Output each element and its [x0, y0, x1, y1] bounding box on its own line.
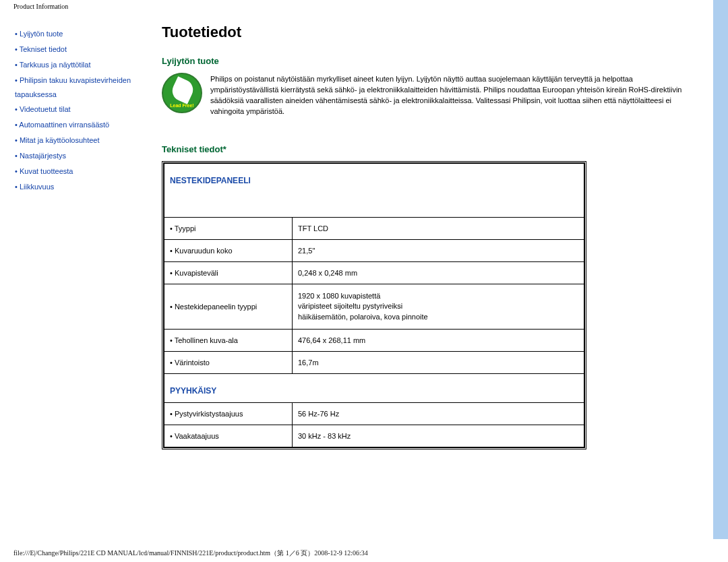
nav-nastajarjestys[interactable]: Nastajärjestys [15, 149, 143, 163]
nav-mitat[interactable]: Mitat ja käyttöolosuhteet [15, 133, 143, 148]
spec-value: 476,64 x 268,11 mm [293, 329, 584, 351]
spec-group-lcd: NESTEKIDEPANEELI [164, 163, 584, 217]
nav-tekniset[interactable]: Tekniset tiedot [15, 42, 143, 57]
main-content: Tuotetiedot Lyijytön tuote Philips on po… [162, 24, 701, 449]
spec-value: 16,7m [293, 351, 584, 373]
section-specs-header: Tekniset tiedot* [162, 144, 701, 154]
spec-value: 30 kHz - 83 kHz [293, 425, 584, 447]
spec-label: Kuvapisteväli [164, 261, 293, 284]
nav-virransaasto[interactable]: Automaattinen virransäästö [15, 118, 143, 132]
page-title: Tuotetiedot [162, 24, 701, 41]
nav-videotuetut[interactable]: Videotuetut tilat [15, 102, 143, 117]
header-breadcrumb: Product Information [13, 3, 68, 10]
nav-tarkkuus[interactable]: Tarkkuus ja näyttötilat [15, 58, 143, 72]
spec-label: Vaakataajuus [164, 425, 293, 447]
spec-label: Värintoisto [164, 351, 293, 373]
right-accent-bar [713, 0, 728, 539]
spec-label: Tyyppi [164, 217, 293, 239]
spec-label: Tehollinen kuva-ala [164, 329, 293, 351]
section-lead-free-header: Lyijytön tuote [162, 56, 701, 66]
nav-takuu[interactable]: Philipsin takuu kuvapistevirheiden tapau… [15, 73, 143, 102]
spec-value: 0,248 x 0,248 mm [293, 261, 584, 284]
nav-lyijyton[interactable]: Lyijytön tuote [15, 27, 143, 41]
spec-table: NESTEKIDEPANEELI Tyyppi TFT LCD Kuvaruud… [164, 163, 584, 447]
spec-group-scan: PYYHKÄISY [164, 373, 584, 402]
nav-kuvat[interactable]: Kuvat tuotteesta [15, 164, 143, 179]
spec-label: Pystyvirkistystaajuus [164, 402, 293, 425]
spec-value: 1920 x 1080 kuvapistettäväripisteet sijo… [293, 284, 584, 329]
spec-value: TFT LCD [293, 217, 584, 239]
lead-free-text: Philips on poistanut näytöistään myrkyll… [210, 73, 701, 117]
sidebar-nav: Lyijytön tuote Tekniset tiedot Tarkkuus … [15, 27, 143, 195]
nav-liikkuvuus[interactable]: Liikkuvuus [15, 180, 143, 194]
spec-value: 21,5" [293, 239, 584, 261]
lead-free-block: Philips on poistanut näytöistään myrkyll… [162, 73, 701, 117]
spec-table-container: NESTEKIDEPANEELI Tyyppi TFT LCD Kuvaruud… [162, 161, 586, 449]
footer-path: file:///E|/Change/Philips/221E CD MANUAL… [13, 549, 368, 558]
spec-value: 56 Hz-76 Hz [293, 402, 584, 425]
lead-free-icon [162, 73, 202, 113]
spec-label: Kuvaruudun koko [164, 239, 293, 261]
spec-label: Nestekidepaneelin tyyppi [164, 284, 293, 329]
